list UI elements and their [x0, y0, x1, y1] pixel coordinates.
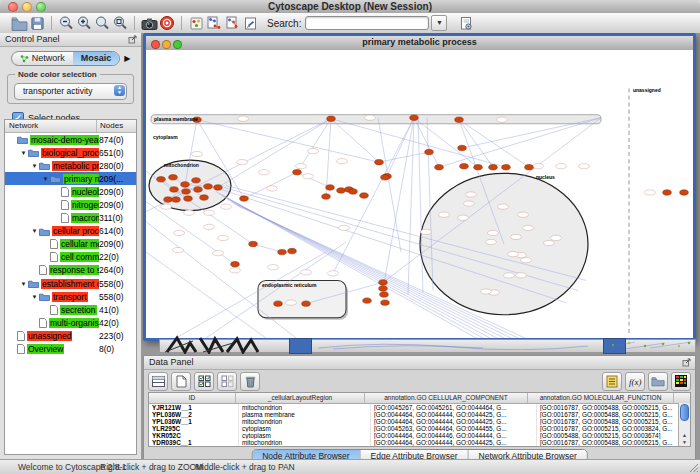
network-edge[interactable]	[378, 118, 401, 252]
window-titlebar[interactable]: Cytoscape Desktop (New Session)	[0, 0, 700, 14]
help-lifebuoy-icon[interactable]	[158, 15, 176, 32]
network-node-label[interactable]	[238, 116, 249, 121]
network-node-label[interactable]	[551, 235, 562, 240]
network-node-label[interactable]	[439, 212, 450, 217]
network-node-label[interactable]	[184, 210, 195, 215]
network-node-label[interactable]	[213, 250, 224, 255]
new-attribute-icon[interactable]	[171, 372, 191, 391]
network-node-label[interactable]	[521, 258, 532, 263]
network-node-label[interactable]	[486, 239, 497, 244]
formula-builder-icon[interactable]: f(x)	[625, 372, 645, 391]
scrollbar-thumb[interactable]	[680, 404, 689, 421]
network-node[interactable]	[337, 188, 346, 193]
network-edge[interactable]	[414, 118, 478, 168]
zoom-selected-icon[interactable]	[93, 15, 111, 32]
network-node[interactable]	[474, 164, 483, 169]
compartment-plasma-membrane[interactable]	[151, 115, 601, 124]
network-node[interactable]	[363, 298, 372, 303]
network-edge[interactable]	[146, 252, 266, 338]
network-canvas[interactable]: plasma membranecytoplasmmitochondrionnuc…	[146, 50, 693, 338]
network-node-label[interactable]	[488, 230, 499, 235]
network-node-label[interactable]	[518, 212, 529, 217]
network-node-label[interactable]	[579, 164, 590, 169]
network-node-label[interactable]	[511, 234, 522, 239]
network-node[interactable]	[380, 292, 389, 297]
zoom-out-icon[interactable]	[57, 15, 75, 32]
network-node[interactable]	[200, 195, 209, 200]
table-row[interactable]: YLR295Ccytoplasm[GO:0045263, GO:0044464,…	[149, 425, 690, 432]
network-node[interactable]	[455, 117, 464, 122]
background-window-fragment[interactable]	[289, 338, 312, 354]
network-node[interactable]	[435, 164, 444, 169]
network-node-label[interactable]	[508, 251, 519, 256]
network-node[interactable]	[502, 164, 511, 169]
network-node[interactable]	[381, 300, 390, 305]
tree-row[interactable]: response to stimulu264(0)	[5, 264, 136, 277]
network-node[interactable]	[425, 149, 434, 154]
network-node[interactable]	[169, 175, 178, 180]
network-node-label[interactable]	[645, 190, 656, 195]
network-node-label[interactable]	[192, 151, 203, 156]
network-node[interactable]	[164, 197, 173, 202]
network-merge-icon[interactable]	[205, 15, 223, 32]
table-column-header[interactable]: ID	[149, 393, 236, 403]
network-node-label[interactable]	[267, 186, 278, 191]
unselect-attributes-icon[interactable]	[217, 372, 237, 391]
network-node-label[interactable]	[221, 204, 232, 209]
tree-row[interactable]: ▼transport558(0)	[5, 290, 136, 303]
network-node-label[interactable]	[421, 229, 432, 234]
network-view-window[interactable]: primary metabolic process plasma membran…	[143, 33, 696, 341]
network-node-label[interactable]	[286, 300, 297, 305]
network-node[interactable]	[663, 190, 672, 195]
delete-attribute-icon[interactable]	[240, 372, 260, 391]
network-node[interactable]	[379, 286, 388, 291]
tree-row[interactable]: cellular metaboli209(0)	[5, 238, 136, 251]
network-node-label[interactable]	[365, 115, 376, 120]
network-node[interactable]	[489, 164, 498, 169]
network-node-label[interactable]	[218, 235, 229, 240]
network-node-label[interactable]	[497, 117, 508, 122]
network-node[interactable]	[240, 196, 249, 201]
expand-arrow-icon[interactable]: ▼	[41, 176, 50, 182]
network-node-label[interactable]	[237, 160, 248, 165]
network-node-label[interactable]	[230, 268, 241, 273]
expand-arrow-icon[interactable]: ▼	[30, 228, 39, 234]
network-node-label[interactable]	[544, 240, 555, 245]
table-column-header[interactable]: annotation.GO MOLECULAR_FUNCTION	[528, 393, 674, 403]
network-node[interactable]	[214, 185, 223, 190]
network-node[interactable]	[302, 301, 311, 306]
network-node-label[interactable]	[161, 204, 172, 209]
float-panel-icon[interactable]	[682, 358, 691, 371]
network-node[interactable]	[231, 262, 240, 267]
network-node[interactable]	[680, 190, 689, 195]
tree-row[interactable]: secretion41(0)	[5, 303, 136, 316]
network-node-label[interactable]	[259, 170, 270, 175]
network-edge[interactable]	[459, 120, 493, 167]
tree-row[interactable]: Overview8(0)	[5, 343, 136, 356]
network-node-label[interactable]	[328, 271, 339, 276]
network-node-label[interactable]	[204, 224, 215, 229]
network-node-label[interactable]	[516, 273, 527, 278]
network-node-label[interactable]	[533, 164, 544, 169]
vizmapper-icon[interactable]	[187, 15, 205, 32]
network-node-label[interactable]	[466, 192, 477, 197]
attribute-table-icon[interactable]	[148, 372, 168, 391]
network-node[interactable]	[326, 185, 335, 190]
attribute-list-icon[interactable]	[602, 372, 622, 391]
tree-column-network[interactable]: Network	[5, 120, 97, 132]
network-node-label[interactable]	[308, 148, 319, 153]
network-node-label[interactable]	[481, 289, 492, 294]
network-node-label[interactable]	[301, 270, 312, 275]
tree-row[interactable]: ▼metabolic process280(0)	[5, 159, 136, 172]
network-node[interactable]	[375, 159, 384, 164]
tree-row[interactable]: mosaic-demo-yeast874(0)	[5, 133, 136, 146]
network-window-titlebar[interactable]: primary metabolic process	[146, 36, 693, 51]
network-edge[interactable]	[297, 172, 330, 187]
table-row[interactable]: YKR052Ccytoplasm[GO:0044464, GO:0044446,…	[149, 432, 690, 439]
table-row[interactable]: YPL036W__1mitochondrion[GO:0044464, GO:0…	[149, 418, 690, 425]
scrollbar-arrows[interactable]: ▲▼	[679, 432, 690, 446]
network-graph[interactable]: plasma membranecytoplasmmitochondrionnuc…	[146, 50, 693, 338]
network-node[interactable]	[249, 241, 258, 246]
table-column-header[interactable]: _cellularLayoutRegion	[236, 393, 365, 403]
network-edge[interactable]	[379, 152, 429, 162]
